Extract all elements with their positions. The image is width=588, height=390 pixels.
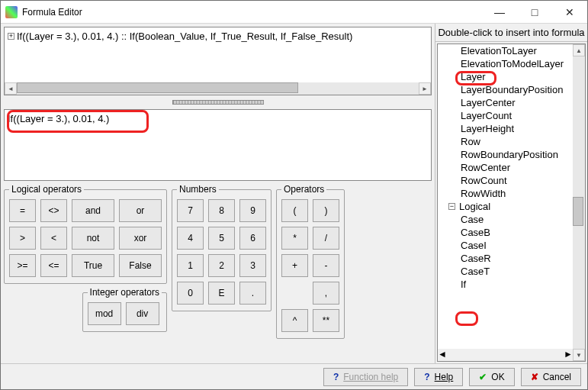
numbers-label: Numbers	[177, 184, 219, 195]
scroll-left-icon[interactable]: ◄	[5, 82, 17, 95]
div-button[interactable]: div	[126, 302, 159, 325]
tree-item[interactable]: ElevationToModelLayer	[438, 57, 571, 70]
tree-vertical-scrollbar[interactable]: ▲ ▼	[573, 44, 585, 361]
tree-item[interactable]: Row	[438, 135, 571, 148]
logical-operators-group: Logical operators = <> and or > < not xo…	[4, 184, 167, 284]
tree-horizontal-scrollbar[interactable]: ◄ ►	[438, 349, 573, 361]
not-button[interactable]: not	[72, 227, 114, 250]
scroll-up-icon[interactable]: ▲	[573, 44, 585, 56]
logical-operators-label: Logical operators	[9, 184, 84, 195]
power-button[interactable]: **	[313, 309, 339, 332]
tree-item[interactable]: CaseR	[438, 252, 571, 265]
minimize-button[interactable]: —	[482, 1, 517, 23]
lt-button[interactable]: <	[40, 227, 67, 250]
integer-operators-label: Integer operators	[88, 287, 162, 298]
expand-icon[interactable]: +	[8, 33, 14, 40]
add-button[interactable]: +	[281, 254, 308, 277]
scroll-left-icon[interactable]: ◄	[438, 349, 447, 361]
rparen-button[interactable]: )	[313, 199, 339, 222]
tree-item[interactable]: CaseB	[438, 226, 571, 239]
numbers-group: Numbers 7 8 9 4 5 6 1 2 3 0 E .	[172, 184, 272, 311]
mul-button[interactable]: *	[281, 227, 308, 250]
tree-item[interactable]: RowCenter	[438, 161, 571, 174]
splitter-grip-icon[interactable]	[172, 100, 264, 105]
function-help-button: ?Function help	[323, 368, 408, 386]
tree-item[interactable]: RowWidth	[438, 187, 571, 200]
tree-item[interactable]: LayerCenter	[438, 96, 571, 109]
num-dot-button[interactable]: .	[239, 282, 266, 305]
division-button[interactable]: /	[313, 227, 339, 250]
tree-item[interactable]: LayerBoundaryPosition	[438, 83, 571, 96]
ge-button[interactable]: >=	[9, 254, 36, 277]
formula-editor-window: Formula Editor — □ ✕ + If((Layer = 3.), …	[0, 0, 588, 390]
or-button[interactable]: or	[119, 199, 162, 222]
num-6-button[interactable]: 6	[239, 227, 266, 250]
num-5-button[interactable]: 5	[208, 227, 235, 250]
tree-item[interactable]: ElevationToLayer	[438, 44, 571, 57]
maximize-button[interactable]: □	[517, 1, 552, 23]
tree-item[interactable]: RowCount	[438, 174, 571, 187]
close-button[interactable]: ✕	[552, 1, 587, 23]
num-9-button[interactable]: 9	[239, 199, 266, 222]
num-7-button[interactable]: 7	[177, 199, 204, 222]
operators-group: Operators ( ) * / + - , ^ **	[276, 184, 345, 339]
and-button[interactable]: and	[72, 199, 114, 222]
parsed-formula-text: If((Layer = 3.), 0.01, 4.) :: If(Boolean…	[17, 31, 352, 42]
tree-item[interactable]: CaseT	[438, 265, 571, 278]
sub-button[interactable]: -	[313, 254, 339, 277]
title-bar[interactable]: Formula Editor — □ ✕	[1, 1, 587, 24]
help-button[interactable]: ?Help	[414, 368, 463, 386]
num-8-button[interactable]: 8	[208, 199, 235, 222]
formula-edit-pane[interactable]: If((Layer = 3.), 0.01, 4.)	[4, 109, 432, 181]
ok-button[interactable]: ✔OK	[469, 368, 514, 386]
tree-item[interactable]: Case	[438, 213, 571, 226]
x-icon: ✘	[531, 372, 538, 382]
highlight-box	[455, 71, 496, 85]
function-tree[interactable]: ElevationToLayer ElevationToModelLayer L…	[437, 44, 586, 362]
num-e-button[interactable]: E	[208, 282, 235, 305]
app-icon	[5, 6, 18, 18]
tree-branch-logical[interactable]: −Logical	[445, 201, 571, 212]
tree-item[interactable]: LayerHeight	[438, 122, 571, 135]
num-4-button[interactable]: 4	[177, 227, 204, 250]
mod-button[interactable]: mod	[88, 302, 121, 325]
highlight-box	[455, 311, 478, 326]
highlight-box	[7, 110, 149, 133]
gt-button[interactable]: >	[9, 227, 36, 250]
scroll-down-icon[interactable]: ▼	[573, 349, 585, 361]
tree-item[interactable]: CaseI	[438, 239, 571, 252]
parsed-formula-pane[interactable]: + If((Layer = 3.), 0.01, 4.) :: If(Boole…	[4, 27, 432, 95]
horizontal-scrollbar[interactable]: ◄ ►	[5, 82, 431, 95]
comma-button[interactable]: ,	[313, 282, 339, 305]
scroll-thumb[interactable]	[447, 349, 529, 359]
lparen-button[interactable]: (	[281, 199, 308, 222]
num-3-button[interactable]: 3	[239, 254, 266, 277]
tree-item[interactable]: RowBoundaryPosition	[438, 148, 571, 161]
eq-button[interactable]: =	[9, 199, 36, 222]
operators-label: Operators	[281, 184, 326, 195]
num-0-button[interactable]: 0	[177, 282, 204, 305]
dialog-footer: ?Function help ?Help ✔OK ✘Cancel	[1, 363, 587, 389]
xor-button[interactable]: xor	[119, 227, 162, 250]
scroll-thumb[interactable]	[17, 82, 298, 93]
false-button[interactable]: False	[119, 254, 162, 277]
help-icon: ?	[333, 372, 339, 382]
check-icon: ✔	[479, 372, 487, 382]
integer-operators-group: Integer operators mod div	[82, 287, 167, 332]
tree-item-if[interactable]: If	[438, 278, 571, 291]
scroll-right-icon[interactable]: ►	[564, 349, 573, 361]
splitter[interactable]	[4, 98, 432, 106]
cancel-button[interactable]: ✘Cancel	[521, 368, 581, 386]
scroll-right-icon[interactable]: ►	[419, 82, 431, 95]
help-icon: ?	[424, 372, 429, 382]
true-button[interactable]: True	[72, 254, 114, 277]
collapse-icon[interactable]: −	[448, 203, 455, 210]
le-button[interactable]: <=	[40, 254, 67, 277]
scroll-thumb[interactable]	[573, 197, 583, 226]
num-1-button[interactable]: 1	[177, 254, 204, 277]
caret-button[interactable]: ^	[281, 309, 308, 332]
window-title: Formula Editor	[22, 7, 482, 18]
ne-button[interactable]: <>	[40, 199, 67, 222]
num-2-button[interactable]: 2	[208, 254, 235, 277]
tree-item[interactable]: LayerCount	[438, 109, 571, 122]
